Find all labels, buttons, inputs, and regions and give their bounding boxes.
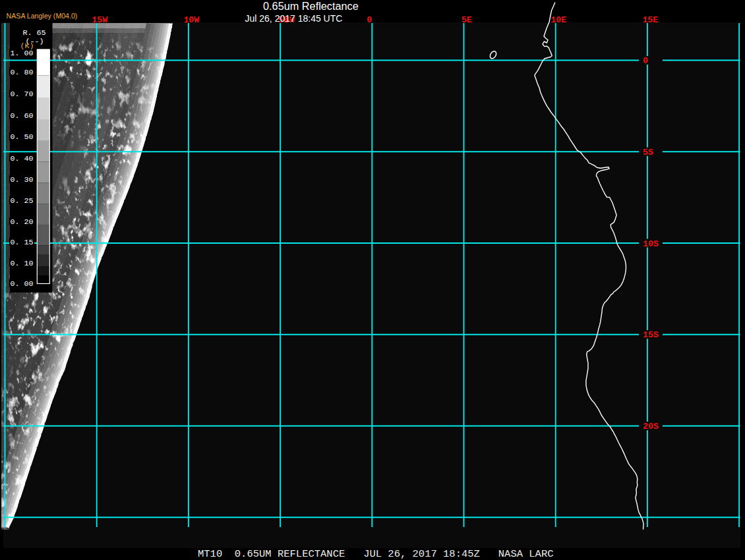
- svg-text:0. 00: 0. 00: [11, 279, 34, 289]
- svg-text:5S: 5S: [643, 148, 653, 157]
- svg-text:10W: 10W: [183, 15, 199, 25]
- svg-text:0. 80: 0. 80: [11, 68, 34, 77]
- svg-text:0. 60: 0. 60: [11, 111, 34, 121]
- svg-text:15W: 15W: [92, 15, 107, 25]
- svg-text:0. 50: 0. 50: [11, 132, 34, 142]
- svg-text:20S: 20S: [643, 422, 659, 432]
- svg-text:Jul 26, 2017 18:45 UTC: Jul 26, 2017 18:45 UTC: [245, 13, 343, 24]
- svg-text:0. 25: 0. 25: [11, 196, 34, 206]
- svg-text:10S: 10S: [643, 239, 659, 249]
- svg-text:0. 10: 0. 10: [11, 259, 34, 268]
- svg-text:0. 15: 0. 15: [11, 238, 34, 247]
- svg-text:5E: 5E: [462, 15, 472, 25]
- svg-text:0. 20: 0. 20: [11, 217, 34, 227]
- svg-text:(K): (K): [20, 42, 34, 51]
- svg-text:0. 30: 0. 30: [11, 175, 34, 184]
- svg-text:0. 70: 0. 70: [11, 90, 34, 99]
- svg-text:15E: 15E: [642, 15, 658, 25]
- svg-text:MT10 0.65UM REFLECTANCE JUL: MT10 0.65UM REFLECTANCE JUL 26, 2017 18:…: [198, 548, 554, 560]
- svg-text:NASA Langley (M04.0): NASA Langley (M04.0): [7, 12, 78, 20]
- svg-text:0: 0: [367, 15, 372, 25]
- svg-text:0.65um Reflectance: 0.65um Reflectance: [263, 0, 359, 12]
- svg-text:10E: 10E: [551, 15, 566, 25]
- svg-text:0: 0: [643, 56, 648, 66]
- svg-text:R. 65: R. 65: [23, 28, 46, 38]
- svg-text:15S: 15S: [643, 330, 659, 340]
- svg-text:0. 40: 0. 40: [11, 154, 34, 163]
